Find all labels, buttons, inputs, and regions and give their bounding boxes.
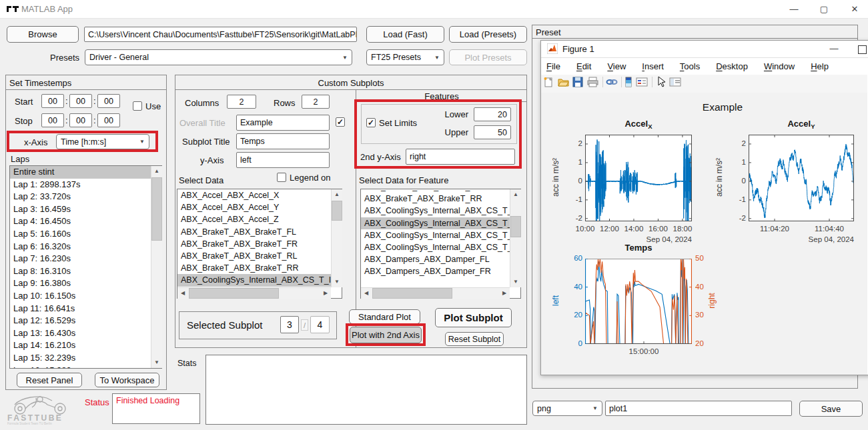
list-item[interactable]: ABX_BrakeT_ABX_BrakeT_FR: [177, 238, 342, 250]
scrollbar-thumb[interactable]: [189, 288, 279, 299]
list-item[interactable]: ABX_Accel_ABX_Accel_X: [177, 189, 342, 201]
list-item[interactable]: Entire stint: [10, 166, 161, 179]
list-item[interactable]: ABX_Accel_ABX_Accel_Y: [177, 201, 342, 213]
subplot-title-field[interactable]: Temps: [236, 133, 330, 149]
list-item[interactable]: Lap 1: 2898.137s: [10, 179, 161, 191]
scroll-up-icon[interactable]: ▲: [510, 189, 521, 200]
print-icon[interactable]: [587, 77, 598, 87]
start-mm-field[interactable]: 00: [69, 94, 92, 108]
insert-colorbar-icon[interactable]: [624, 77, 632, 87]
list-item[interactable]: ABX_CoolingSys_Internal_ABX_CS_T_InvR: [361, 217, 520, 229]
plot-subplot-button[interactable]: Plot Subplot: [435, 308, 512, 327]
save-button[interactable]: Save: [799, 401, 863, 417]
stop-mm-field[interactable]: 00: [69, 113, 92, 127]
selected-subplot-field[interactable]: 3: [280, 316, 299, 333]
list-item[interactable]: Lap 14: 16.210s: [10, 339, 161, 352]
plot-2nd-axis-button[interactable]: Plot with 2nd Axis: [350, 327, 422, 343]
feature-vscroll[interactable]: ▲ ▼: [510, 189, 521, 287]
overall-title-checkbox[interactable]: [336, 117, 345, 127]
list-item[interactable]: ABX_CoolingSys_Internal_ABX_CS_T_MotR: [361, 241, 520, 253]
use-checkbox[interactable]: [133, 101, 142, 111]
stop-ss-field[interactable]: 00: [97, 113, 120, 127]
select-data-hscroll[interactable]: ◀ ▶: [177, 287, 331, 299]
scroll-left-icon[interactable]: ◀: [177, 288, 188, 299]
set-limits-checkbox[interactable]: [366, 118, 376, 127]
list-item[interactable]: Lap 16: 15.980s: [10, 365, 161, 369]
ft25-presets-dropdown[interactable]: FT25 Presets ▼: [366, 49, 444, 65]
list-item[interactable]: Lap 8: 16.310s: [10, 265, 161, 278]
laps-list[interactable]: Entire stintLap 1: 2898.137sLap 2: 33.72…: [9, 165, 162, 369]
close-button[interactable]: ✕: [840, 0, 868, 18]
scrollbar-thumb[interactable]: [332, 201, 342, 221]
figure-menu-insert[interactable]: Insert: [642, 61, 664, 71]
plot-presets-button[interactable]: Plot Presets: [449, 49, 527, 65]
list-item[interactable]: ABX_BrakeT_ABX_BrakeT_RR: [361, 193, 520, 205]
scrollbar-thumb[interactable]: [151, 177, 162, 241]
start-hh-field[interactable]: 00: [41, 94, 64, 108]
laps-scrollbar[interactable]: ▲ ▼: [151, 166, 162, 368]
list-item[interactable]: Lap 7: 16.230s: [10, 253, 161, 265]
load-fast-button[interactable]: Load (Fast): [366, 26, 444, 43]
list-item[interactable]: ABX_CoolingSys_Internal_ABX_CS_T_InvL: [361, 205, 520, 217]
list-item[interactable]: Lap 13: 16.430s: [10, 327, 161, 340]
list-item[interactable]: Lap 3: 16.459s: [10, 203, 161, 216]
new-figure-icon[interactable]: [543, 77, 554, 87]
reset-panel-button[interactable]: Reset Panel: [17, 373, 82, 387]
scroll-up-icon[interactable]: ▲: [151, 166, 162, 177]
list-item[interactable]: ABX_CoolingSys_Internal_ABX_CS_T_MotL: [361, 229, 520, 241]
scroll-right-icon[interactable]: ▶: [320, 288, 331, 299]
scroll-up-icon[interactable]: ▲: [332, 189, 342, 200]
figure-menu-window[interactable]: Window: [764, 61, 795, 71]
format-dropdown[interactable]: png ▼: [532, 401, 602, 416]
list-item[interactable]: Lap 10: 16.150s: [10, 290, 161, 303]
list-item[interactable]: Lap 11: 16.641s: [10, 303, 161, 315]
xaxis-dropdown[interactable]: Time [h:m:s] ▼: [56, 134, 149, 149]
scrollbar-thumb[interactable]: [510, 216, 521, 237]
figure-menu-desktop[interactable]: Desktop: [716, 61, 748, 71]
scroll-down-icon[interactable]: ▼: [332, 277, 342, 287]
open-file-icon[interactable]: [558, 77, 569, 87]
figure-maximize-button[interactable]: [858, 45, 867, 54]
figure-menu-tools[interactable]: Tools: [680, 61, 700, 71]
list-item[interactable]: ABX_BrakeT_ABX_BrakeT_RL: [177, 250, 342, 262]
list-item[interactable]: ABX_CoolingSys_Internal_ABX_CS_T_InvL: [177, 274, 342, 286]
to-workspace-button[interactable]: To Workspace: [95, 373, 159, 387]
list-item[interactable]: ABX_BrakeT_ABX_BrakeT_RR: [177, 262, 342, 274]
standard-plot-button[interactable]: Standard Plot: [349, 309, 420, 324]
load-presets-button[interactable]: Load (Presets): [449, 26, 527, 43]
scroll-left-icon[interactable]: ◀: [361, 288, 372, 299]
list-item[interactable]: Lap 6: 16.320s: [10, 241, 161, 253]
list-item[interactable]: Lap 4: 16.450s: [10, 215, 161, 228]
browse-button[interactable]: Browse: [7, 26, 79, 43]
minimize-button[interactable]: —: [779, 0, 809, 18]
figure-minimize-button[interactable]: —: [819, 41, 849, 57]
plot-browser-icon[interactable]: [669, 77, 681, 87]
figure-menu-edit[interactable]: Edit: [576, 61, 591, 71]
list-item[interactable]: Lap 2: 33.720s: [10, 191, 161, 203]
feature-data-list[interactable]: ABX_BrakeT_ABX_BrakeT_RLABX_BrakeT_ABX_B…: [360, 189, 521, 299]
select-data-vscroll[interactable]: ▲ ▼: [331, 189, 342, 287]
list-item[interactable]: Lap 15: 32.239s: [10, 352, 161, 365]
figure-menu-view[interactable]: View: [607, 61, 626, 71]
scroll-down-icon[interactable]: ▼: [510, 277, 521, 287]
list-item[interactable]: ABX_Dampers_ABX_Damper_FR: [361, 265, 520, 277]
filename-input[interactable]: plot1: [605, 401, 792, 416]
presets-dropdown[interactable]: Driver - General ▼: [85, 49, 352, 65]
path-input[interactable]: C:\Users\Vincent Chau\Documents\Fasttube…: [84, 27, 357, 42]
stats-textarea[interactable]: [205, 355, 527, 425]
scrollbar-thumb[interactable]: [372, 288, 452, 299]
lower-field[interactable]: 20: [474, 107, 511, 121]
stop-hh-field[interactable]: 00: [41, 113, 64, 127]
scroll-down-icon[interactable]: ▼: [151, 357, 162, 368]
save-figure-icon[interactable]: [572, 77, 583, 87]
list-item[interactable]: ABX_BrakeT_ABX_BrakeT_FL: [177, 226, 342, 238]
maximize-button[interactable]: ▢: [809, 0, 839, 18]
list-item[interactable]: ABX_Dampers_ABX_Damper_FL: [361, 253, 520, 265]
list-item[interactable]: Lap 9: 16.380s: [10, 277, 161, 290]
yaxis-field[interactable]: left: [236, 152, 330, 168]
figure-menu-help[interactable]: Help: [811, 61, 829, 71]
edit-plot-cursor-icon[interactable]: [657, 76, 666, 88]
insert-legend-icon[interactable]: [636, 77, 648, 87]
feature-hscroll[interactable]: ◀ ▶: [361, 287, 510, 299]
scroll-right-icon[interactable]: ▶: [499, 288, 510, 299]
